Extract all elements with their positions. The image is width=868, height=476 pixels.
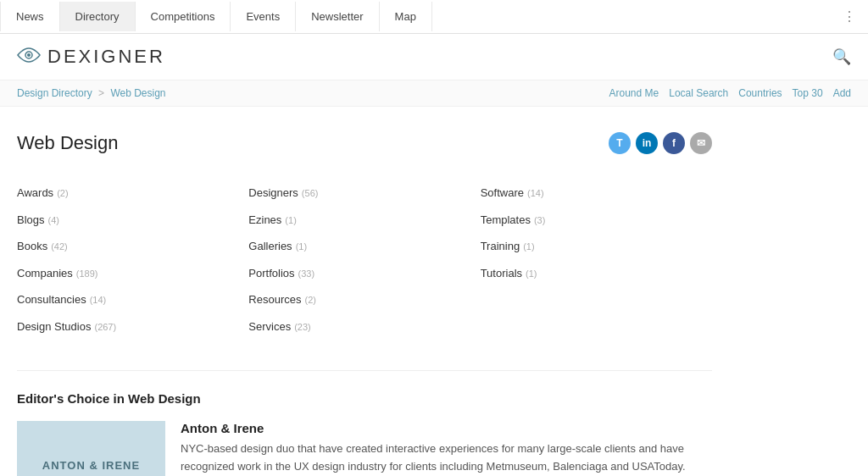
category-blogs: Blogs(4) xyxy=(17,207,248,234)
linkedin-share-button[interactable]: in xyxy=(636,132,658,154)
category-training-link[interactable]: Training xyxy=(481,240,520,252)
category-templates: Templates(3) xyxy=(481,207,712,234)
category-consultancies: Consultancies(14) xyxy=(17,286,248,313)
category-col-3: Software(14) Templates(3) Training(1) Tu… xyxy=(481,180,712,340)
category-ezines-link[interactable]: Ezines xyxy=(248,213,281,226)
category-resources-count: (2) xyxy=(304,295,315,305)
category-galleries-count: (1) xyxy=(296,241,307,252)
category-software-count: (14) xyxy=(527,188,544,198)
category-awards-count: (2) xyxy=(57,188,68,198)
email-share-button[interactable]: ✉ xyxy=(690,132,712,154)
category-services-count: (23) xyxy=(294,322,311,332)
category-books: Books(42) xyxy=(17,233,248,260)
category-templates-count: (3) xyxy=(534,215,545,225)
logo-eye-icon xyxy=(17,46,41,68)
listing-name: Anton & Irene xyxy=(181,421,712,435)
logo-text: DEXIGNER xyxy=(47,46,165,68)
countries-link[interactable]: Countries xyxy=(738,87,782,99)
category-awards-link[interactable]: Awards xyxy=(17,186,53,199)
page-title: Web Design xyxy=(17,132,609,154)
category-software-link[interactable]: Software xyxy=(481,186,524,199)
nav-competitions[interactable]: Competitions xyxy=(136,2,231,31)
local-search-link[interactable]: Local Search xyxy=(669,87,728,99)
category-blogs-count: (4) xyxy=(48,215,59,225)
category-designers-link[interactable]: Designers xyxy=(248,186,298,199)
social-icons: T in f ✉ xyxy=(609,132,712,154)
facebook-share-button[interactable]: f xyxy=(663,132,685,154)
listing-description: NYC-based design duo that have created i… xyxy=(181,440,712,476)
category-training-count: (1) xyxy=(523,241,534,252)
nav-news[interactable]: News xyxy=(0,2,60,31)
nav-newsletter[interactable]: Newsletter xyxy=(296,2,379,31)
category-col-2: Designers(56) Ezines(1) Galleries(1) Por… xyxy=(248,180,480,340)
category-services: Services(23) xyxy=(248,313,480,340)
category-designers-count: (56) xyxy=(302,188,319,198)
svg-point-1 xyxy=(27,53,31,57)
section-divider xyxy=(17,370,712,371)
site-header: DEXIGNER 🔍 xyxy=(0,34,868,80)
category-designers: Designers(56) xyxy=(248,180,480,207)
breadcrumb-parent-link[interactable]: Design Directory xyxy=(17,87,92,99)
category-ezines: Ezines(1) xyxy=(248,207,480,234)
category-companies-count: (189) xyxy=(76,268,98,279)
search-icon[interactable]: 🔍 xyxy=(832,47,851,66)
category-galleries: Galleries(1) xyxy=(248,233,480,260)
main-content: Web Design T in f ✉ Awards(2) Blogs(4) B… xyxy=(0,107,729,476)
add-link[interactable]: Add xyxy=(833,87,851,99)
listing-info: Anton & Irene NYC-based design duo that … xyxy=(181,421,712,476)
category-resources-link[interactable]: Resources xyxy=(248,293,301,306)
category-awards: Awards(2) xyxy=(17,180,248,207)
breadcrumb-current-link[interactable]: Web Design xyxy=(110,87,165,99)
category-templates-link[interactable]: Templates xyxy=(481,213,531,226)
category-design-studios-link[interactable]: Design Studios xyxy=(17,320,91,333)
category-software: Software(14) xyxy=(481,180,712,207)
listing-card: ANTON & IRENE Anton & Irene NYC-based de… xyxy=(17,421,712,476)
category-galleries-link[interactable]: Galleries xyxy=(248,240,292,252)
category-consultancies-link[interactable]: Consultancies xyxy=(17,293,86,306)
top-navigation: News Directory Competitions Events Newsl… xyxy=(0,0,868,34)
category-portfolios-count: (33) xyxy=(298,268,315,279)
nav-map[interactable]: Map xyxy=(380,2,432,31)
category-col-1: Awards(2) Blogs(4) Books(42) Companies(1… xyxy=(17,180,248,340)
category-grid: Awards(2) Blogs(4) Books(42) Companies(1… xyxy=(17,180,712,340)
breadcrumb-bar: Design Directory > Web Design Around Me … xyxy=(0,80,868,107)
category-portfolios: Portfolios(33) xyxy=(248,260,480,287)
editors-choice-section: Editor's Choice in Web Design ANTON & IR… xyxy=(17,391,712,476)
nav-events[interactable]: Events xyxy=(231,2,296,31)
category-consultancies-count: (14) xyxy=(90,295,107,305)
editors-choice-title: Editor's Choice in Web Design xyxy=(17,391,712,406)
twitter-share-button[interactable]: T xyxy=(609,132,631,154)
category-tutorials: Tutorials(1) xyxy=(481,260,712,287)
breadcrumb-separator: > xyxy=(98,87,107,99)
category-services-link[interactable]: Services xyxy=(248,320,291,333)
category-ezines-count: (1) xyxy=(285,215,296,225)
category-tutorials-link[interactable]: Tutorials xyxy=(481,267,522,280)
category-companies-link[interactable]: Companies xyxy=(17,267,73,280)
top-30-link[interactable]: Top 30 xyxy=(793,87,823,99)
category-companies: Companies(189) xyxy=(17,260,248,287)
category-books-link[interactable]: Books xyxy=(17,240,47,252)
page-title-row: Web Design T in f ✉ xyxy=(17,132,712,154)
category-portfolios-link[interactable]: Portfolios xyxy=(248,267,294,280)
category-books-count: (42) xyxy=(51,241,68,252)
category-training: Training(1) xyxy=(481,233,712,260)
listing-thumbnail[interactable]: ANTON & IRENE xyxy=(17,421,165,476)
category-design-studios-count: (267) xyxy=(94,322,116,332)
nav-directory[interactable]: Directory xyxy=(60,2,136,31)
category-resources: Resources(2) xyxy=(248,286,480,313)
breadcrumb-actions: Around Me Local Search Countries Top 30 … xyxy=(609,87,852,99)
category-design-studios: Design Studios(267) xyxy=(17,313,248,340)
share-icon[interactable]: ⋮ xyxy=(831,0,868,33)
breadcrumb: Design Directory > Web Design xyxy=(17,87,609,99)
category-tutorials-count: (1) xyxy=(526,268,537,279)
around-me-link[interactable]: Around Me xyxy=(609,87,659,99)
logo-area: DEXIGNER xyxy=(17,46,832,68)
category-blogs-link[interactable]: Blogs xyxy=(17,213,45,226)
